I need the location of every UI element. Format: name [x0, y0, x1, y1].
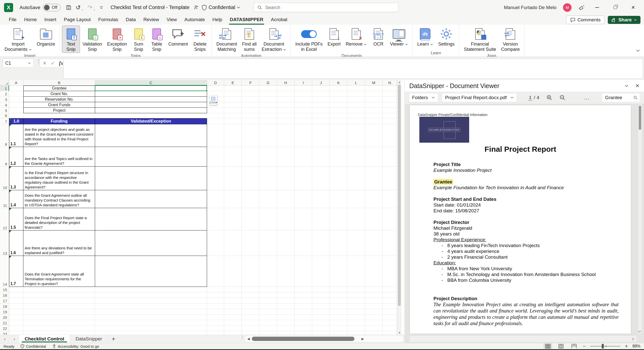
cell-B10[interactable]: Is the Final Project Report structure in…	[23, 167, 95, 190]
row-header-7[interactable]: 7	[0, 118, 9, 124]
cell-K11[interactable]	[330, 190, 347, 208]
cell-M23[interactable]	[365, 331, 383, 335]
cell-B5[interactable]: Project	[23, 108, 95, 113]
cell-F15[interactable]	[242, 287, 259, 292]
cell-G3[interactable]	[259, 97, 277, 102]
cell-C9[interactable]	[95, 147, 207, 167]
ribbon-button-delete-snips[interactable]: DeleteSnips	[190, 25, 210, 53]
minimize-button[interactable]	[591, 3, 603, 13]
cell-N10[interactable]	[383, 167, 397, 190]
cell-G18[interactable]	[259, 303, 277, 309]
cell-A12[interactable]: 1.5	[9, 208, 23, 230]
ribbon-button-comment[interactable]: Comment	[166, 25, 190, 48]
ribbon-tab-datasnipper[interactable]: DATASNIPPER	[226, 15, 267, 25]
cell-I8[interactable]	[295, 124, 312, 147]
ribbon-button-document-extraction[interactable]: DocumentExtraction	[259, 25, 289, 53]
ribbon-tab-home[interactable]: Home	[20, 15, 41, 25]
tab-scroll-splitter[interactable]: ⋮	[240, 336, 244, 338]
cell-K10[interactable]	[330, 167, 347, 190]
cell-I14[interactable]	[295, 256, 312, 287]
cell-I17[interactable]	[295, 298, 312, 303]
ribbon-button-version-compare[interactable]: VersionCompare	[499, 25, 522, 53]
ribbon-button-sum-snip[interactable]: ΣSumSnip	[130, 25, 148, 53]
ribbon-button-learn[interactable]: dsLearn	[415, 25, 436, 48]
cell-D16[interactable]	[207, 292, 224, 298]
zoom-out-button[interactable]: −	[583, 343, 586, 349]
cell-B16[interactable]	[23, 292, 95, 298]
cell-D23[interactable]	[207, 331, 224, 335]
cell-J23[interactable]	[312, 331, 330, 335]
cell-C12[interactable]	[95, 208, 207, 230]
cell-M6[interactable]	[365, 113, 383, 118]
cell-I21[interactable]	[295, 320, 312, 326]
cell-B14[interactable]: Does the Grant Agreement state all Termi…	[23, 256, 95, 287]
cell-I16[interactable]	[295, 292, 312, 298]
cell-C21[interactable]	[95, 320, 207, 326]
cell-H2[interactable]	[277, 91, 295, 97]
ribbon-tab-view[interactable]: View	[163, 15, 181, 25]
cell-L19[interactable]	[347, 309, 365, 315]
row-header-23[interactable]: 23	[0, 331, 9, 335]
cell-B20[interactable]	[23, 315, 95, 320]
cell-I11[interactable]	[295, 190, 312, 208]
row-header-17[interactable]: 17	[0, 298, 9, 303]
cancel-formula-icon[interactable]: ✕	[43, 60, 47, 66]
formula-input[interactable]	[63, 59, 643, 79]
cell-J12[interactable]	[312, 208, 330, 230]
cell-K15[interactable]	[330, 287, 347, 292]
cell-C8[interactable]	[95, 124, 207, 147]
cell-L17[interactable]	[347, 298, 365, 303]
ribbon-tab-automate[interactable]: Automate	[181, 15, 209, 25]
cell-N22[interactable]	[383, 326, 397, 331]
ribbon-button-find-all-sums[interactable]: ΣFind allsums	[239, 25, 259, 53]
cell-F5[interactable]	[242, 108, 259, 113]
cell-A23[interactable]	[9, 331, 23, 335]
cell-I6[interactable]	[295, 113, 312, 118]
customize-quick-access-button[interactable]	[99, 6, 103, 10]
zoom-in-button[interactable]: +	[625, 343, 628, 349]
collapse-ribbon-button[interactable]	[636, 49, 640, 52]
cell-I19[interactable]	[295, 309, 312, 315]
name-box[interactable]: C1	[3, 59, 34, 68]
enter-formula-icon[interactable]: ✓	[51, 60, 55, 66]
document-title[interactable]: Checklist Test of Control - Template	[110, 5, 189, 10]
cell-D20[interactable]	[207, 315, 224, 320]
cell-N2[interactable]	[383, 91, 397, 97]
cell-E16[interactable]	[224, 292, 242, 298]
cell-I3[interactable]	[295, 97, 312, 102]
cell-I1[interactable]	[295, 86, 312, 91]
status-accessibility[interactable]: Accessibility: Good to go	[52, 344, 99, 348]
cell-N7[interactable]	[383, 118, 397, 124]
cell-B3[interactable]: Reservation No.	[23, 97, 95, 102]
grid-vertical-scrollbar[interactable]: ▲ ▼	[397, 80, 401, 335]
share-person-icon[interactable]	[193, 5, 199, 11]
comments-button[interactable]: Comments	[566, 16, 605, 24]
cell-D1[interactable]	[207, 86, 224, 91]
cell-M12[interactable]	[365, 208, 383, 230]
cell-G4[interactable]	[259, 102, 277, 108]
cell-D7[interactable]	[207, 118, 224, 124]
cell-B6[interactable]	[23, 113, 95, 118]
cell-D9[interactable]	[207, 147, 224, 167]
cell-G12[interactable]	[259, 208, 277, 230]
cell-H14[interactable]	[277, 256, 295, 287]
cell-I7[interactable]	[295, 118, 312, 124]
document-viewer-area[interactable]: DataSnipper Private/Confidential Informa…	[405, 104, 644, 343]
cell-K4[interactable]	[330, 102, 347, 108]
cell-B4[interactable]: Grant Funds	[23, 102, 95, 108]
cell-J13[interactable]	[312, 230, 330, 256]
ribbon-tab-file[interactable]: File	[5, 15, 20, 25]
sheet-tab-datasnipper[interactable]: DataSnipper	[70, 335, 108, 343]
cell-C6[interactable]	[95, 113, 207, 118]
cell-H23[interactable]	[277, 331, 295, 335]
cell-A9[interactable]: 1.2	[9, 147, 23, 167]
cell-H5[interactable]	[277, 108, 295, 113]
cell-E15[interactable]	[224, 287, 242, 292]
cell-L12[interactable]	[347, 208, 365, 230]
cell-L21[interactable]	[347, 320, 365, 326]
cell-D11[interactable]	[207, 190, 224, 208]
cell-G5[interactable]	[259, 108, 277, 113]
cell-K23[interactable]	[330, 331, 347, 335]
cell-H12[interactable]	[277, 208, 295, 230]
cell-I4[interactable]	[295, 102, 312, 108]
